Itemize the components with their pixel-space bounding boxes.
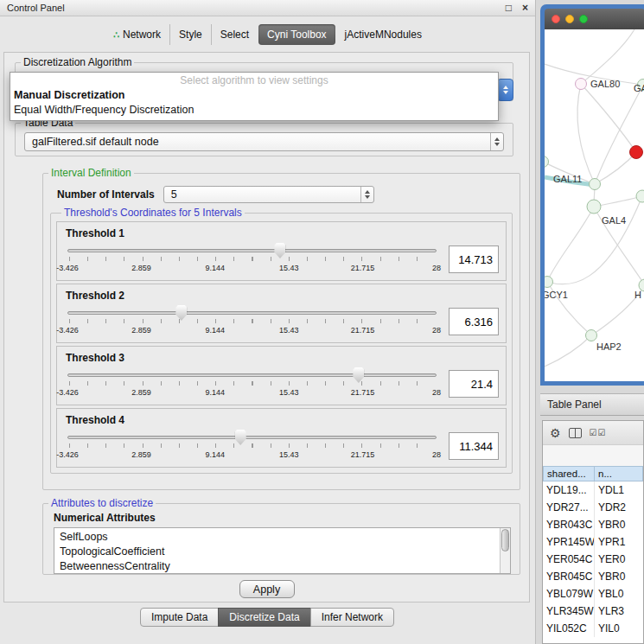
threshold-slider[interactable]: -3.4262.8599.14415.4321.71528	[67, 303, 437, 341]
network-edge[interactable]	[577, 84, 595, 184]
network-node-green[interactable]	[590, 179, 601, 190]
thresholds-coordinates-group: Threshold's Coordinates for 5 Intervals …	[50, 207, 513, 474]
table-row[interactable]: YDL19...YDL1	[543, 481, 643, 499]
gear-icon[interactable]: ⚙	[550, 427, 561, 439]
network-node-green[interactable]	[545, 156, 549, 168]
network-icon: ∴	[113, 29, 119, 41]
threshold-value-input[interactable]	[449, 308, 499, 335]
table-cell: YPR1	[595, 533, 643, 551]
threshold-panel: Threshold 2-3.4262.8599.14415.4321.71528	[56, 284, 507, 343]
numerical-attributes-list[interactable]: SelfLoopsTopologicalCoefficientBetweenne…	[54, 527, 511, 574]
table-panel-header[interactable]: Table Panel	[540, 393, 644, 416]
tab-impute-data[interactable]: Impute Data	[140, 608, 219, 627]
tab-label: Infer Network	[322, 611, 383, 623]
threshold-value-input[interactable]	[449, 370, 499, 398]
node-table-window: ⚙ ☑☑ shared...n...YDL19...YDL1YDR27...YD…	[542, 420, 644, 644]
number-of-intervals-combo[interactable]: 5	[163, 186, 374, 203]
scrollbar-thumb[interactable]	[501, 529, 509, 552]
network-graph[interactable]: GAL80GAGAL11GAL4GCY1HHAP2	[545, 29, 644, 381]
tab-jactivemnodules[interactable]: jActiveMNodules	[336, 24, 430, 45]
table-cell: YDR2	[595, 499, 643, 516]
tab-label: Cyni Toolbox	[267, 29, 326, 41]
dropdown-option-manual-discretization[interactable]: Manual Discretization	[10, 88, 498, 103]
apply-button[interactable]: Apply	[239, 580, 295, 598]
network-node-label: H	[634, 290, 641, 300]
minimize-traffic-light-icon[interactable]	[565, 15, 574, 23]
threshold-label: Threshold 4	[66, 414, 499, 426]
close-traffic-light-icon[interactable]	[552, 15, 560, 23]
table-row[interactable]: YBR045CYBR0	[543, 568, 643, 585]
control-panel-tab-bar: ∴NetworkStyleSelectCyni ToolboxjActiveMN…	[0, 24, 535, 45]
attributes-to-discretize-group: Attributes to discretize Numerical Attri…	[42, 497, 520, 575]
float-window-icon[interactable]: □	[506, 3, 512, 13]
network-node-green[interactable]	[636, 190, 644, 202]
table-panel-title: Table Panel	[547, 399, 602, 411]
threshold-value-input[interactable]	[449, 432, 499, 460]
table-column-header[interactable]: shared...	[543, 466, 595, 481]
attribute-list-item[interactable]: SelfLoops	[60, 530, 498, 545]
threshold-value-input[interactable]	[449, 245, 499, 273]
network-edge[interactable]	[594, 196, 642, 207]
network-node-label: GA	[634, 83, 644, 93]
table-row[interactable]: YIL052CYIL0	[543, 620, 643, 637]
table-row[interactable]: YLR345WYLR3	[543, 603, 643, 620]
tab-label: Network	[123, 29, 161, 41]
slider-track[interactable]	[67, 373, 437, 377]
network-node-red[interactable]	[630, 146, 643, 159]
network-window-titlebar[interactable]	[545, 9, 644, 29]
slider-track[interactable]	[67, 436, 437, 439]
table-row[interactable]: YER054CYER0	[543, 551, 643, 568]
network-node-label: GCY1	[545, 290, 568, 300]
slider-track[interactable]	[67, 249, 437, 252]
table-row[interactable]: YDR27...YDR2	[543, 499, 643, 516]
network-node-green[interactable]	[586, 330, 597, 341]
tab-label: Style	[179, 29, 202, 41]
table-cell: YDR27...	[543, 499, 595, 516]
table-data-combo-value: galFiltered.sif default node	[25, 136, 490, 148]
network-edge[interactable]	[581, 84, 636, 152]
network-edge[interactable]	[595, 85, 643, 184]
close-window-icon[interactable]: ×	[522, 3, 528, 13]
table-row[interactable]: YBL079WYBL0	[543, 585, 643, 603]
dropdown-option-equal-width-frequency[interactable]: Equal Width/Frequency Discretization	[10, 103, 498, 118]
attribute-items: SelfLoopsTopologicalCoefficientBetweenne…	[54, 528, 510, 574]
list-scrollbar[interactable]	[500, 528, 510, 573]
tab-style[interactable]: Style	[169, 24, 211, 45]
numerical-attributes-label: Numerical Attributes	[54, 512, 520, 524]
tab-infer-network[interactable]: Infer Network	[310, 608, 394, 627]
attribute-list-item[interactable]: BetweennessCentrality	[60, 559, 498, 574]
threshold-panel: Threshold 4-3.4262.8599.14415.4321.71528	[56, 408, 507, 468]
network-edge[interactable]	[545, 335, 591, 367]
threshold-slider[interactable]: -3.4262.8599.14415.4321.71528	[67, 240, 437, 278]
attribute-list-item[interactable]: TopologicalCoefficient	[60, 545, 498, 559]
select-columns-icon[interactable]: ☑☑	[590, 429, 607, 437]
table-cell: YDL1	[595, 481, 643, 499]
network-node-pink[interactable]	[576, 79, 587, 90]
algorithm-combo-button[interactable]	[497, 79, 513, 101]
tab-discretize-data[interactable]: Discretize Data	[218, 608, 310, 627]
zoom-traffic-light-icon[interactable]	[579, 15, 588, 23]
network-node-green[interactable]	[587, 200, 601, 214]
table-row[interactable]: YPR145WYPR1	[543, 533, 643, 551]
table-column-header[interactable]: n...	[595, 466, 643, 481]
slider-scale-labels: -3.4262.8599.14415.4321.71528	[67, 388, 437, 399]
control-panel-titlebar[interactable]: Control Panel □ ×	[0, 0, 535, 16]
table-data-combo[interactable]: galFiltered.sif default node	[24, 132, 504, 151]
network-canvas[interactable]: GAL80GAGAL11GAL4GCY1HHAP2	[545, 29, 644, 381]
tab-network[interactable]: ∴Network	[105, 24, 169, 45]
control-panel-window: Control Panel □ × ∴NetworkStyleSelectCyn…	[0, 0, 536, 644]
discretization-algorithm-label: Discretization Algorithm	[21, 56, 134, 68]
tab-select[interactable]: Select	[211, 24, 258, 45]
slider-track[interactable]	[67, 311, 437, 315]
threshold-slider[interactable]: -3.4262.8599.14415.4321.71528	[67, 365, 437, 403]
table-row[interactable]: YBR043CYBR0	[543, 516, 643, 533]
threshold-slider[interactable]: -3.4262.8599.14415.4321.71528	[67, 427, 437, 465]
interval-definition-label: Interval Definition	[48, 167, 134, 179]
tab-cyni-toolbox[interactable]: Cyni Toolbox	[258, 24, 335, 45]
table-cell: YER054C	[543, 551, 595, 568]
network-view-window: GAL80GAGAL11GAL4GCY1HHAP2	[540, 4, 644, 386]
columns-icon[interactable]	[569, 428, 582, 438]
network-edge[interactable]	[547, 207, 594, 282]
network-node-green[interactable]	[545, 277, 553, 288]
threshold-label: Threshold 2	[66, 290, 499, 302]
